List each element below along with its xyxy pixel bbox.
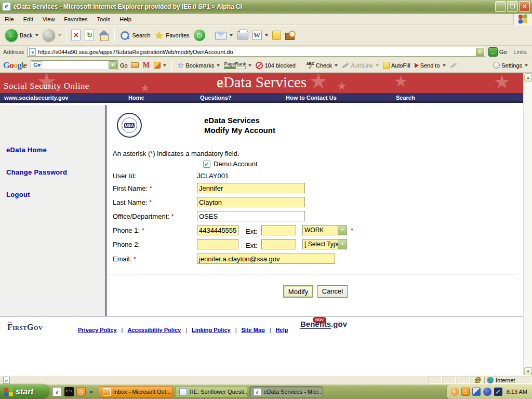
search-button[interactable]: Search xyxy=(117,29,152,42)
address-field[interactable]: e ▼ xyxy=(27,47,485,57)
mail-button[interactable] xyxy=(213,31,235,41)
linking-policy-link[interactable]: Linking Policy xyxy=(192,327,231,333)
minimize-button[interactable]: _ xyxy=(495,1,506,12)
favorites-button[interactable]: ★ Favorites xyxy=(152,29,191,42)
home-button[interactable] xyxy=(96,29,112,42)
google-logo[interactable]: Google xyxy=(3,60,26,71)
bookmarks-button[interactable]: ☆ Bookmarks xyxy=(176,61,221,70)
tray-collapse-chevron-icon[interactable]: ‹ xyxy=(450,388,459,396)
google-g-icon[interactable]: G▾ xyxy=(32,61,42,69)
phone2-input[interactable] xyxy=(197,239,238,249)
edit-with-word-button[interactable]: W xyxy=(250,30,270,41)
menu-tools[interactable]: Tools xyxy=(92,15,115,24)
phone1-type-dropdown-icon[interactable]: ▼ xyxy=(338,225,347,235)
sidebar-item-logout[interactable]: Logout xyxy=(0,191,105,198)
nav-questions[interactable]: Questions? xyxy=(200,95,232,101)
phone2-type-select[interactable]: [ Select Type ] ▼ xyxy=(302,239,347,249)
firstgov-logo[interactable]: FirstGov xyxy=(7,323,43,332)
sidebar-item-edata-home[interactable]: eData Home xyxy=(0,146,105,154)
nav-search[interactable]: Search xyxy=(396,95,415,101)
menu-help[interactable]: Help xyxy=(115,15,136,24)
messenger-button[interactable] xyxy=(270,30,283,41)
autolink-dropdown-icon[interactable] xyxy=(376,64,379,66)
autolink-button[interactable]: AutoLink xyxy=(341,62,380,69)
phone1-type-select[interactable]: WORK ▼ xyxy=(302,225,347,235)
help-link[interactable]: Help xyxy=(276,327,288,333)
sendto-button[interactable]: Send to xyxy=(414,62,447,69)
vertical-scrollbar[interactable]: ▲ ▼ xyxy=(523,73,532,376)
taskbar-window-edata[interactable]: e eData Services - Micr... xyxy=(249,386,323,397)
taskbar-window-email[interactable]: RE: Sunflower Questi... xyxy=(175,386,247,397)
links-toolbar-handle[interactable]: Links xyxy=(510,47,530,57)
tray-journal-icon[interactable] xyxy=(494,388,502,396)
google-search-dropdown[interactable]: ▼ xyxy=(109,61,117,69)
quicklaunch-overflow-chevron[interactable]: » xyxy=(88,388,94,395)
bookmarks-dropdown-icon[interactable] xyxy=(217,64,220,66)
privacy-policy-link[interactable]: Privacy Policy xyxy=(78,327,117,333)
check-dropdown-icon[interactable] xyxy=(335,64,338,66)
nav-home[interactable]: Home xyxy=(128,95,144,101)
edit-dropdown-icon[interactable] xyxy=(265,34,268,36)
scroll-down-arrow[interactable]: ▼ xyxy=(524,367,532,376)
spellcheck-button[interactable]: ABC✓ Check xyxy=(305,62,339,69)
demo-account-checkbox[interactable]: ✓ xyxy=(203,161,210,168)
last-name-input[interactable] xyxy=(197,197,305,207)
back-button[interactable]: ← Back xyxy=(3,28,41,43)
pagerank-button[interactable]: PageRank xyxy=(223,62,252,69)
research-button[interactable] xyxy=(283,30,298,41)
accessibility-policy-link[interactable]: Accessibility Policy xyxy=(127,327,181,333)
tray-network-icon[interactable] xyxy=(472,388,481,396)
address-dropdown-button[interactable]: ▼ xyxy=(476,48,484,56)
phone1-input[interactable] xyxy=(197,225,238,235)
restore-button[interactable]: ❐ xyxy=(507,1,518,12)
popup-blocker-button[interactable]: 104 blocked xyxy=(255,62,296,69)
quicklaunch-outlook-icon[interactable]: ◷ xyxy=(76,387,86,396)
autofill-button[interactable]: AutoFill xyxy=(382,62,411,69)
window-titlebar[interactable]: e eData Services - Microsoft Internet Ex… xyxy=(0,0,532,14)
menu-view[interactable]: View xyxy=(38,15,60,24)
sendto-dropdown-icon[interactable] xyxy=(443,64,446,66)
google-apps-button[interactable] xyxy=(153,62,167,69)
google-gallery-button[interactable] xyxy=(130,62,140,68)
site-map-link[interactable]: Site Map xyxy=(241,327,264,333)
settings-button[interactable]: Settings xyxy=(492,62,529,69)
mail-dropdown-icon[interactable] xyxy=(230,34,233,36)
go-button[interactable]: → Go xyxy=(485,47,510,57)
menu-edit[interactable]: Edit xyxy=(19,15,38,24)
phone2-type-dropdown-icon[interactable]: ▼ xyxy=(338,240,347,249)
settings-dropdown-icon[interactable] xyxy=(525,64,528,66)
nav-contact[interactable]: How to Contact Us xyxy=(286,95,337,101)
history-button[interactable]: ◷ xyxy=(192,29,207,42)
menu-favorites[interactable]: Favorites xyxy=(59,15,92,24)
start-button[interactable]: start xyxy=(0,384,49,399)
forward-button[interactable]: → xyxy=(41,28,63,43)
forward-dropdown-icon[interactable] xyxy=(58,34,61,36)
back-dropdown-icon[interactable] xyxy=(35,34,38,36)
cancel-button[interactable]: Cancel xyxy=(317,285,348,298)
office-input[interactable] xyxy=(197,211,305,221)
tray-agent-icon[interactable] xyxy=(483,388,491,396)
quicklaunch-ie-icon[interactable]: e xyxy=(52,387,62,396)
print-button[interactable] xyxy=(235,30,250,41)
highlighter-button[interactable] xyxy=(449,64,458,66)
taskbar-window-inbox[interactable]: Inbox - Microsoft Out... xyxy=(99,386,173,397)
tray-outlook-icon[interactable]: ◷ xyxy=(461,388,470,396)
phone2-ext-input[interactable] xyxy=(261,239,296,249)
close-button[interactable]: ✕ xyxy=(519,1,530,12)
quicklaunch-cmd-icon[interactable]: C:\ xyxy=(64,387,74,396)
gmail-button[interactable]: M xyxy=(142,61,151,70)
phone1-ext-input[interactable] xyxy=(261,225,296,235)
refresh-button[interactable]: ↻ xyxy=(83,29,96,42)
stop-button[interactable]: ✕ xyxy=(69,29,83,42)
address-input[interactable] xyxy=(38,48,475,56)
sidebar-item-change-password[interactable]: Change Password xyxy=(0,168,105,176)
pagerank-dropdown-icon[interactable] xyxy=(248,64,251,66)
scroll-up-arrow[interactable]: ▲ xyxy=(524,73,532,82)
email-input[interactable] xyxy=(197,254,335,264)
google-go-label[interactable]: Go xyxy=(120,62,128,69)
menu-file[interactable]: File xyxy=(0,15,19,24)
apps-dropdown-icon[interactable] xyxy=(163,64,166,66)
google-search-box[interactable]: G▾ ▼ xyxy=(31,60,118,70)
first-name-input[interactable] xyxy=(197,183,305,193)
modify-button[interactable]: Modify xyxy=(283,285,313,298)
